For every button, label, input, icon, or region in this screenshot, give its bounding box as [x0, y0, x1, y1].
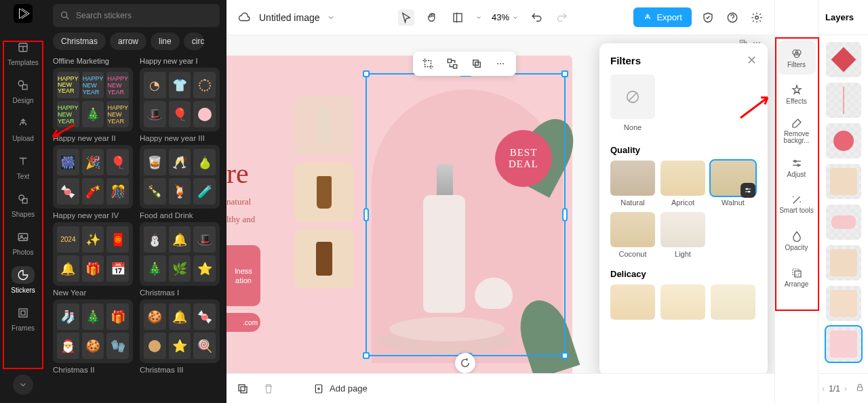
canvas-page[interactable]: re natural lthy and lness ation .com — [226, 56, 572, 373]
cursor-tool[interactable] — [398, 9, 414, 26]
effects-icon — [791, 84, 803, 96]
layer-item[interactable] — [826, 164, 861, 199]
prev-page[interactable]: ‹ — [822, 384, 825, 394]
rail-templates[interactable]: Templates — [4, 34, 42, 70]
adjust-icon — [791, 157, 803, 169]
layers-pager: ‹ 1/1 › — [818, 373, 868, 403]
tag-christmas[interactable]: Christmas — [53, 33, 106, 50]
left-rail: Templates Design Upload Text Shapes Phot… — [0, 0, 46, 403]
lock-icon[interactable] — [855, 383, 865, 394]
filter-delicacy-3[interactable] — [711, 284, 755, 320]
refresh-icon — [460, 358, 471, 368]
none-icon — [625, 89, 640, 104]
canvas[interactable]: ⋯ re natural lthy and lness ation .com — [226, 35, 774, 373]
tag-arrow[interactable]: arrow — [110, 33, 146, 50]
sticker-grid[interactable]: 🍪🔔🍬 ⭐🍭 — [140, 299, 220, 363]
crop-tool[interactable] — [450, 9, 466, 26]
filter-adjust-icon[interactable] — [741, 183, 755, 198]
layer-item[interactable] — [826, 205, 861, 240]
tool-smart[interactable]: Smart tools — [778, 187, 816, 221]
filters-icon — [791, 47, 803, 60]
sticker-grid[interactable]: 🧦🎄🎁 🎅🍪🧤 — [53, 299, 133, 363]
close-button[interactable]: ✕ — [747, 53, 757, 68]
filters-title: Filters — [610, 55, 641, 66]
tool-adjust[interactable]: Adjust — [778, 150, 816, 184]
quality-header: Quality — [610, 145, 757, 155]
layer-item[interactable] — [826, 42, 861, 77]
design-icon — [12, 77, 35, 94]
layer-item-selected[interactable] — [826, 326, 861, 362]
duplicate-icon[interactable] — [469, 56, 485, 72]
cloud-icon[interactable] — [236, 9, 252, 26]
add-page-icon — [313, 383, 324, 394]
layer-item[interactable] — [826, 245, 861, 280]
hand-tool[interactable] — [424, 9, 440, 26]
sticker-grid[interactable]: ◔👕 🎩🎈 — [140, 68, 220, 131]
filter-delicacy-2[interactable] — [660, 284, 705, 320]
filter-none[interactable]: None — [610, 75, 655, 131]
document-title[interactable]: Untitled image — [259, 12, 320, 23]
sticker-grid[interactable]: 2024✨🧧 🔔🎁📅 — [53, 222, 133, 286]
sticker-grid[interactable]: 🎆🎉🎈 🍬🧨🎊 — [53, 145, 133, 209]
tool-effects[interactable]: Effects — [778, 77, 816, 111]
svg-rect-10 — [21, 311, 25, 315]
rail-text[interactable]: Text — [4, 148, 42, 184]
canvas-title: re — [226, 157, 255, 190]
sticker-grid[interactable]: 🥃🥂🍐 🍾🍹🧪 — [140, 145, 220, 209]
svg-rect-29 — [239, 385, 245, 391]
layer-item[interactable] — [826, 123, 861, 158]
canvas-subtitle: natural — [226, 196, 255, 207]
filter-apricot[interactable]: Apricot — [660, 161, 705, 207]
filter-coconut[interactable]: Coconut — [610, 212, 655, 258]
app-logo[interactable] — [14, 4, 33, 23]
layer-item[interactable] — [826, 286, 861, 321]
add-page-button[interactable]: Add page — [313, 383, 368, 394]
tool-remove-bg[interactable]: Remove backgr... — [778, 114, 816, 148]
rail-shapes[interactable]: Shapes — [4, 186, 42, 222]
svg-rect-7 — [18, 233, 28, 240]
shield-icon[interactable] — [700, 9, 716, 26]
magic-icon — [791, 194, 803, 206]
more-icon[interactable]: ⋯ — [493, 56, 509, 72]
rail-photos[interactable]: Photos — [4, 224, 42, 260]
rail-more-button[interactable] — [13, 375, 33, 395]
context-toolbar: ⋯ — [413, 51, 516, 76]
refresh-button[interactable] — [455, 353, 475, 373]
chevron-down-icon — [512, 14, 519, 21]
delete-icon[interactable] — [260, 381, 277, 397]
tag-circle[interactable]: circle — [184, 33, 204, 50]
rail-frames[interactable]: Frames — [4, 299, 42, 336]
tool-filters[interactable]: Filters — [778, 41, 816, 75]
tool-arrange[interactable]: Arrange — [778, 260, 816, 294]
zoom-dropdown[interactable]: 43% — [492, 12, 519, 22]
tag-line[interactable]: line — [151, 33, 180, 50]
svg-rect-13 — [454, 14, 462, 22]
next-page[interactable]: › — [844, 384, 847, 394]
sticker-grid[interactable]: ⛄🔔🎩 🎄🌿⭐ — [140, 222, 220, 286]
pump-bottle — [416, 164, 472, 320]
svg-rect-22 — [475, 62, 481, 68]
crop-icon[interactable] — [420, 56, 436, 72]
undo-button[interactable] — [528, 9, 545, 26]
layers-toggle-icon[interactable] — [235, 381, 251, 397]
filter-natural[interactable]: Natural — [610, 161, 655, 207]
bottom-bar: Add page — [226, 373, 774, 403]
rail-stickers[interactable]: Stickers — [4, 261, 42, 298]
filter-light[interactable]: Light — [660, 212, 705, 258]
svg-point-28 — [749, 191, 750, 192]
filter-delicacy-1[interactable] — [610, 284, 655, 320]
gear-icon[interactable] — [749, 9, 765, 26]
layer-item[interactable] — [826, 83, 861, 118]
chevron-down-icon[interactable] — [327, 14, 335, 22]
sticker-grid[interactable]: HAPPYNEWYEARHAPPYNEWYEARHAPPYNEWYEAR HAP… — [53, 68, 133, 131]
search-stickers[interactable]: Search stickers — [53, 4, 220, 27]
chevron-down-icon[interactable] — [475, 14, 482, 21]
tool-opacity[interactable]: Opacity — [778, 224, 816, 257]
export-button[interactable]: Export — [633, 7, 692, 27]
help-icon[interactable] — [724, 9, 741, 26]
rail-design[interactable]: Design — [4, 72, 42, 108]
canvas-badge: lness ation — [226, 245, 260, 306]
replace-icon[interactable] — [444, 56, 460, 72]
redo-button[interactable] — [554, 9, 570, 26]
rail-upload[interactable]: Upload — [4, 110, 42, 146]
